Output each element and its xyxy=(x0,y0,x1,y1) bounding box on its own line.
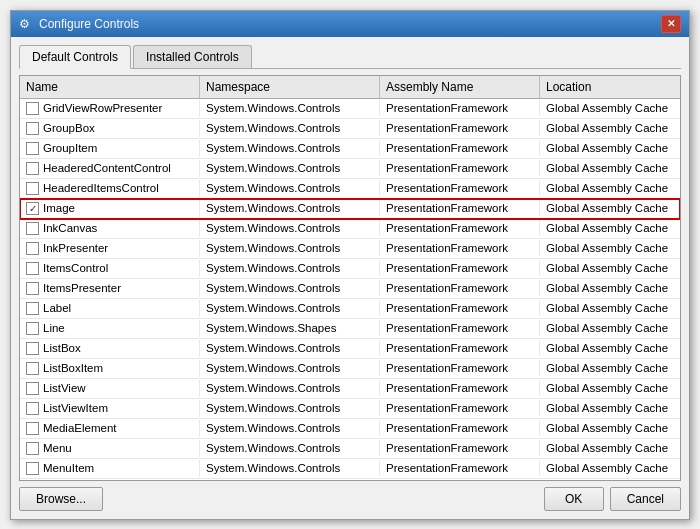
row-checkbox[interactable] xyxy=(26,342,39,355)
cell-assembly: PresentationFramework xyxy=(380,180,540,196)
cell-name: GroupItem xyxy=(20,140,200,157)
cell-name: HeaderedItemsControl xyxy=(20,180,200,197)
row-checkbox[interactable] xyxy=(26,322,39,335)
cell-assembly: PresentationFramework xyxy=(380,360,540,376)
cell-name: GroupBox xyxy=(20,120,200,137)
cell-name-text: MediaElement xyxy=(43,422,117,434)
cell-assembly: PresentationFramework xyxy=(380,340,540,356)
row-checkbox[interactable] xyxy=(26,382,39,395)
table-row[interactable]: GroupBoxSystem.Windows.ControlsPresentat… xyxy=(20,119,680,139)
cell-namespace: System.Windows.Controls xyxy=(200,280,380,296)
row-checkbox[interactable] xyxy=(26,302,39,315)
table-row[interactable]: InkPresenterSystem.Windows.ControlsPrese… xyxy=(20,239,680,259)
cell-namespace: System.Windows.Controls xyxy=(200,460,380,476)
cell-location: Global Assembly Cache xyxy=(540,200,680,216)
cell-location: Global Assembly Cache xyxy=(540,440,680,456)
table-row[interactable]: LabelSystem.Windows.ControlsPresentation… xyxy=(20,299,680,319)
cell-namespace: System.Windows.Controls xyxy=(200,140,380,156)
table-row[interactable]: ItemsPresenterSystem.Windows.ControlsPre… xyxy=(20,279,680,299)
cell-location: Global Assembly Cache xyxy=(540,180,680,196)
table-row[interactable]: ListViewSystem.Windows.ControlsPresentat… xyxy=(20,379,680,399)
cell-assembly: PresentationFramework xyxy=(380,300,540,316)
cell-namespace: System.Windows.Controls xyxy=(200,200,380,216)
table-row[interactable]: NavigationWindowSystem.Windows.Navigatio… xyxy=(20,479,680,480)
cell-location: Global Assembly Cache xyxy=(540,220,680,236)
table-row[interactable]: MenuItemSystem.Windows.ControlsPresentat… xyxy=(20,459,680,479)
cell-namespace: System.Windows.Controls xyxy=(200,300,380,316)
close-button[interactable]: ✕ xyxy=(661,15,681,33)
row-checkbox[interactable] xyxy=(26,142,39,155)
cell-location: Global Assembly Cache xyxy=(540,360,680,376)
row-checkbox[interactable] xyxy=(26,122,39,135)
configure-controls-dialog: ⚙ Configure Controls ✕ Default Controls … xyxy=(10,10,690,520)
cell-name-text: ItemsControl xyxy=(43,262,108,274)
ok-button[interactable]: OK xyxy=(544,487,604,511)
table-row[interactable]: ItemsControlSystem.Windows.ControlsPrese… xyxy=(20,259,680,279)
row-checkbox[interactable] xyxy=(26,422,39,435)
cell-namespace: System.Windows.Controls xyxy=(200,220,380,236)
row-checkbox[interactable] xyxy=(26,262,39,275)
cell-assembly: PresentationFramework xyxy=(380,380,540,396)
table-row[interactable]: GroupItemSystem.Windows.ControlsPresenta… xyxy=(20,139,680,159)
cell-location: Global Assembly Cache xyxy=(540,120,680,136)
row-checkbox[interactable] xyxy=(26,102,39,115)
cancel-button[interactable]: Cancel xyxy=(610,487,681,511)
cell-namespace: System.Windows.Controls xyxy=(200,120,380,136)
row-checkbox[interactable]: ✓ xyxy=(26,202,39,215)
row-checkbox[interactable] xyxy=(26,362,39,375)
row-checkbox[interactable] xyxy=(26,242,39,255)
cell-assembly: PresentationFramework xyxy=(380,100,540,116)
table-row[interactable]: MenuSystem.Windows.ControlsPresentationF… xyxy=(20,439,680,459)
cell-name-text: HeaderedItemsControl xyxy=(43,182,159,194)
cell-name-text: ListBox xyxy=(43,342,81,354)
table-row[interactable]: ListBoxSystem.Windows.ControlsPresentati… xyxy=(20,339,680,359)
table-header: Name Namespace Assembly Name Location xyxy=(20,76,680,99)
table-row[interactable]: ✓ImageSystem.Windows.ControlsPresentatio… xyxy=(20,199,680,219)
table-row[interactable]: HeaderedContentControlSystem.Windows.Con… xyxy=(20,159,680,179)
cell-location: Global Assembly Cache xyxy=(540,300,680,316)
table-row[interactable]: HeaderedItemsControlSystem.Windows.Contr… xyxy=(20,179,680,199)
row-checkbox[interactable] xyxy=(26,462,39,475)
cell-assembly: PresentationFramework xyxy=(380,260,540,276)
table-body[interactable]: GridViewRowPresenterSystem.Windows.Contr… xyxy=(20,99,680,480)
table-row[interactable]: InkCanvasSystem.Windows.ControlsPresenta… xyxy=(20,219,680,239)
row-checkbox[interactable] xyxy=(26,402,39,415)
browse-button[interactable]: Browse... xyxy=(19,487,103,511)
col-assembly: Assembly Name xyxy=(380,76,540,98)
table-row[interactable]: ListViewItemSystem.Windows.ControlsPrese… xyxy=(20,399,680,419)
cell-assembly: PresentationFramework xyxy=(380,200,540,216)
cell-name-text: InkPresenter xyxy=(43,242,108,254)
cell-name-text: GroupItem xyxy=(43,142,97,154)
cell-location: Global Assembly Cache xyxy=(540,380,680,396)
cell-name: ListView xyxy=(20,380,200,397)
dialog-body: Default Controls Installed Controls Name… xyxy=(11,37,689,519)
cell-assembly: PresentationFramework xyxy=(380,160,540,176)
cell-name-text: ListView xyxy=(43,382,86,394)
row-checkbox[interactable] xyxy=(26,282,39,295)
cell-location: Global Assembly Cache xyxy=(540,240,680,256)
row-checkbox[interactable] xyxy=(26,442,39,455)
col-name: Name xyxy=(20,76,200,98)
table-row[interactable]: ListBoxItemSystem.Windows.ControlsPresen… xyxy=(20,359,680,379)
row-checkbox[interactable] xyxy=(26,222,39,235)
table-row[interactable]: MediaElementSystem.Windows.ControlsPrese… xyxy=(20,419,680,439)
cell-name-text: GroupBox xyxy=(43,122,95,134)
cell-name: InkCanvas xyxy=(20,220,200,237)
tab-default-controls[interactable]: Default Controls xyxy=(19,45,131,69)
table-row[interactable]: GridViewRowPresenterSystem.Windows.Contr… xyxy=(20,99,680,119)
cell-name-text: Line xyxy=(43,322,65,334)
cell-location: Global Assembly Cache xyxy=(540,420,680,436)
controls-table: Name Namespace Assembly Name Location Gr… xyxy=(19,75,681,481)
cell-namespace: System.Windows.Controls xyxy=(200,340,380,356)
table-row[interactable]: LineSystem.Windows.ShapesPresentationFra… xyxy=(20,319,680,339)
cell-name: MenuItem xyxy=(20,460,200,477)
tab-installed-controls[interactable]: Installed Controls xyxy=(133,45,252,68)
cell-name-text: MenuItem xyxy=(43,462,94,474)
row-checkbox[interactable] xyxy=(26,162,39,175)
cell-name-text: ListBoxItem xyxy=(43,362,103,374)
row-checkbox[interactable] xyxy=(26,182,39,195)
cell-location: Global Assembly Cache xyxy=(540,100,680,116)
cell-namespace: System.Windows.Controls xyxy=(200,380,380,396)
cell-name: Menu xyxy=(20,440,200,457)
title-bar: ⚙ Configure Controls ✕ xyxy=(11,11,689,37)
